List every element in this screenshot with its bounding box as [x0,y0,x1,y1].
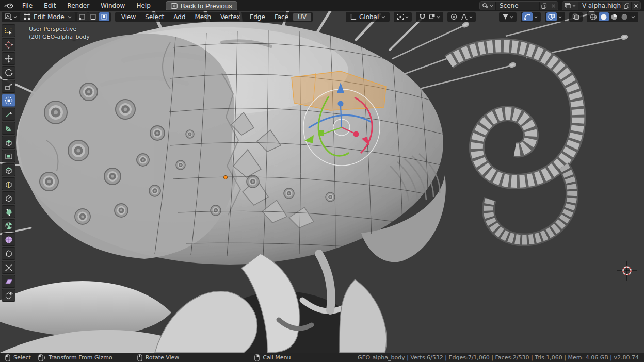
selectability-filter-dropdown[interactable] [501,12,515,21]
tool-rip-region[interactable] [2,289,15,302]
menu-window[interactable]: Window [95,1,131,10]
menu-vertex[interactable]: Vertex [216,13,245,21]
hint-select: Select [5,354,31,361]
tool-annotate[interactable] [2,108,15,121]
overlays-settings-dropdown[interactable] [557,12,564,21]
menu-file[interactable]: File [17,1,38,10]
hint-rotate-view: Rotate View [137,354,180,361]
chevron-down-icon [490,4,493,7]
chevron-down-icon [510,15,513,19]
select-mode-face-button[interactable] [99,12,109,21]
snap-toggle-button[interactable] [417,12,427,21]
menu-render[interactable]: Render [61,1,95,10]
view-layer-name[interactable]: V-alpha.high [578,2,622,9]
proportional-editing-icon [450,13,457,20]
chevron-down-icon [469,15,473,19]
view-layer-selector[interactable]: V-alpha.high [562,1,641,10]
remove-view-layer-button[interactable] [631,2,640,10]
new-view-layer-button[interactable] [622,2,631,10]
select-mode-edge-button[interactable] [88,12,99,21]
tool-cursor[interactable] [2,38,15,51]
tool-poly-build[interactable] [2,205,15,218]
tool-measure[interactable] [2,122,15,135]
scene-selector[interactable]: Scene [479,1,558,10]
edge-select-icon [90,13,96,20]
menu-add[interactable]: Add [169,13,190,21]
tool-scale[interactable] [2,80,15,93]
left-mouse-drag-icon [38,354,45,361]
orientation-icon [350,14,357,20]
toolbar [2,24,15,302]
viewport-canvas[interactable] [0,11,644,353]
shading-material-preview-button[interactable] [609,12,619,21]
transform-orientation-dropdown[interactable]: Global [347,13,388,21]
menu-mesh[interactable]: Mesh [190,13,216,21]
duplicate-icon [624,3,630,9]
scene-icon[interactable] [480,2,496,10]
hint-call-menu: Call Menu [254,354,291,361]
select-mode-vertex-button[interactable] [77,12,88,21]
proportional-editing-button[interactable] [449,12,459,21]
menu-view[interactable]: View [117,13,140,21]
tool-knife[interactable] [2,191,15,204]
show-gizmos-toggle[interactable] [522,12,533,21]
scene-name[interactable]: Scene [496,2,539,9]
tool-shear[interactable] [2,275,15,288]
close-icon [551,4,556,8]
shading-settings-dropdown[interactable] [630,12,637,21]
3d-viewport[interactable]: Edit Mode View Select Add Mesh Vertex Ed… [0,11,644,353]
menu-face[interactable]: Face [270,13,293,21]
left-mouse-icon [5,354,10,361]
tool-inset-faces[interactable] [2,150,15,162]
tool-edge-slide[interactable] [2,247,15,260]
tool-smooth[interactable] [2,233,15,246]
hint-call-menu-label: Call Menu [263,354,291,361]
hint-select-label: Select [13,354,31,361]
proportional-falloff-dropdown[interactable] [459,12,474,21]
falloff-curve-icon [460,13,468,20]
orientation-label: Global [359,13,379,21]
back-to-previous-button[interactable]: Back to Previous [166,1,237,10]
tool-move[interactable] [2,52,15,65]
menu-help[interactable]: Help [131,1,156,10]
menu-edit[interactable]: Edit [38,1,61,10]
menu-uv[interactable]: UV [293,13,311,21]
new-scene-button[interactable] [539,2,549,10]
tool-loop-cut[interactable] [2,177,15,190]
view-layer-icon[interactable] [562,2,578,10]
view-name-label: User Perspective [29,25,90,33]
menu-edge[interactable]: Edge [245,13,270,21]
show-overlays-toggle[interactable] [546,12,557,21]
editor-type-button[interactable] [3,12,19,21]
middle-mouse-icon [137,354,142,361]
rendered-shading-icon [621,13,628,21]
tool-select-box[interactable] [2,24,15,37]
mode-dropdown[interactable]: Edit Mode [20,12,75,21]
gizmos-settings-dropdown[interactable] [533,12,539,21]
tool-shrink-fatten[interactable] [2,261,15,274]
chevron-down-icon [13,15,17,19]
edit-mode-icon [24,13,30,20]
pivot-point-dropdown[interactable] [395,12,410,21]
snap-settings-dropdown[interactable] [427,12,442,21]
blender-logo-icon[interactable] [3,2,14,10]
duplicate-icon [541,3,547,9]
shading-wireframe-button[interactable] [588,12,599,21]
statusbar: Select Transform From Gizmo Rotate View … [0,353,644,362]
tool-rotate[interactable] [2,66,15,79]
object-origin-dot [224,176,228,179]
chevron-down-icon [631,15,635,19]
menu-select[interactable]: Select [140,13,169,21]
tool-extrude-region[interactable] [2,136,15,149]
tool-bevel[interactable] [2,163,15,176]
hint-transform-from-gizmo: Transform From Gizmo [38,354,112,361]
filter-funnel-icon [502,14,509,20]
unlink-scene-button [549,2,558,10]
shading-solid-button[interactable] [599,12,609,21]
tool-transform[interactable] [2,94,15,107]
xray-toggle[interactable] [571,12,581,21]
overlays-icon [548,13,555,20]
shading-rendered-button[interactable] [619,12,630,21]
chevron-down-icon [534,15,538,19]
tool-spin[interactable] [2,219,15,232]
